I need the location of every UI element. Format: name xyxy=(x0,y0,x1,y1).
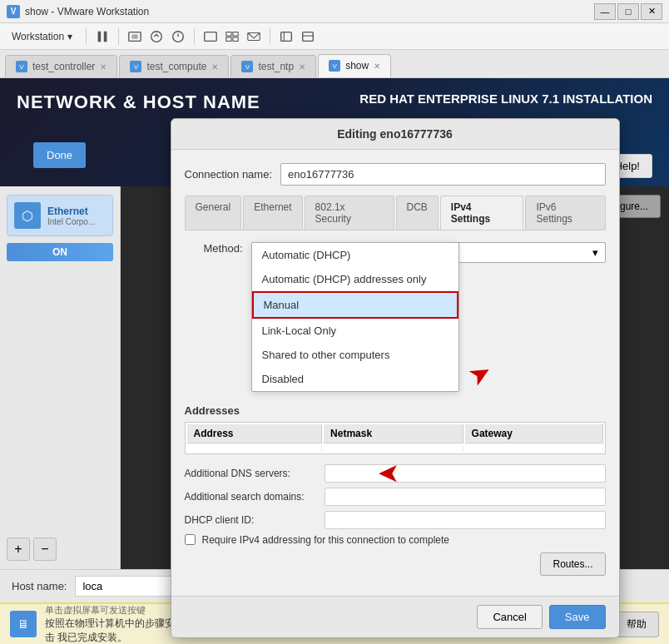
addresses-label: Addresses xyxy=(185,404,606,417)
tab-label-ntp: test_ntp xyxy=(258,61,294,72)
editing-dialog: Editing eno16777736 Connection name: Gen… xyxy=(171,118,620,638)
tab-dcb[interactable]: DCB xyxy=(396,196,439,230)
dns-input[interactable] xyxy=(325,464,606,483)
network-title: NETWORK & HOST NAME xyxy=(17,92,260,113)
require-ipv4-label: Require IPv4 addressing for this connect… xyxy=(202,534,450,546)
screen-icon1[interactable] xyxy=(201,27,220,46)
option-shared[interactable]: Shared to other computers xyxy=(252,343,458,367)
extra-icon2[interactable] xyxy=(299,27,317,46)
connection-name-label: Connection name: xyxy=(185,168,273,181)
done-button[interactable]: Done xyxy=(33,142,86,168)
tab-icon-ntp: V xyxy=(241,61,253,72)
menu-sep3 xyxy=(194,28,195,45)
method-dropdown-list: Automatic (DHCP) Automatic (DHCP) addres… xyxy=(251,242,459,392)
option-auto-dhcp-addr[interactable]: Automatic (DHCP) addresses only xyxy=(252,267,458,291)
option-manual[interactable]: Manual xyxy=(252,291,458,319)
tab-test-compute[interactable]: V test_compute ✕ xyxy=(119,55,229,77)
cancel-button[interactable]: Cancel xyxy=(477,605,542,629)
search-domains-input[interactable] xyxy=(325,488,606,506)
vmware-icon: V xyxy=(7,5,20,18)
addresses-table: Address Netmask Gateway xyxy=(185,422,606,454)
option-link-local[interactable]: Link-Local Only xyxy=(252,319,458,343)
send-icon[interactable] xyxy=(245,27,263,46)
tab-test-controller[interactable]: V test_controller ✕ xyxy=(5,55,117,77)
svg-rect-13 xyxy=(281,32,292,41)
rhel-top: NETWORK & HOST NAME RED HAT ENTERPRISE L… xyxy=(0,78,669,113)
svg-rect-1 xyxy=(104,31,107,42)
routes-button[interactable]: Routes... xyxy=(540,552,605,576)
tab-icon-controller: V xyxy=(16,61,27,72)
method-label: Method: xyxy=(185,242,243,255)
dhcp-client-input[interactable] xyxy=(325,511,606,529)
option-auto-dhcp[interactable]: Automatic (DHCP) xyxy=(252,243,458,267)
remove-connection-button[interactable]: − xyxy=(33,537,57,561)
dialog-overlay: Editing eno16777736 Connection name: Gen… xyxy=(121,186,669,569)
dns-label: Additional DNS servers: xyxy=(185,468,318,479)
svg-rect-0 xyxy=(98,31,102,42)
search-domains-row: Additional search domains: xyxy=(185,488,606,506)
svg-point-4 xyxy=(151,31,162,42)
dropdown-chevron: ▾ xyxy=(67,31,72,42)
tab-close-controller[interactable]: ✕ xyxy=(100,62,107,72)
tab-8021x[interactable]: 802.1x Security xyxy=(305,196,394,230)
tab-close-compute[interactable]: ✕ xyxy=(211,62,218,72)
add-connection-button[interactable]: + xyxy=(7,537,30,561)
method-dropdown-container: Automatic (DHCP) ▾ Automatic (DHCP) Auto… xyxy=(251,242,606,263)
ipv4-content: Method: Automatic (DHCP) ▾ Automatic (DH… xyxy=(185,242,606,582)
tab-ethernet[interactable]: Ethernet xyxy=(243,196,302,230)
hostname-label: Host name: xyxy=(12,580,67,592)
menu-sep4 xyxy=(270,28,270,45)
tab-close-show[interactable]: ✕ xyxy=(374,62,380,71)
dhcp-client-row: DHCP client ID: xyxy=(185,511,606,529)
ethernet-info: Ethernet Intel Corpo... xyxy=(47,206,106,226)
ethernet-item[interactable]: ⬡ Ethernet Intel Corpo... xyxy=(7,195,113,236)
workstation-menu[interactable]: Workstation ▾ xyxy=(5,27,79,46)
title-bar-text: show - VMware Workstation xyxy=(25,6,149,17)
tab-close-ntp[interactable]: ✕ xyxy=(299,62,305,72)
tab-icon-compute: V xyxy=(130,61,141,72)
save-button[interactable]: Save xyxy=(549,605,606,629)
col-address: Address xyxy=(187,424,323,443)
search-domains-label: Additional search domains: xyxy=(185,491,318,503)
sidebar-buttons: + − xyxy=(7,537,113,561)
menu-separator xyxy=(86,28,87,45)
on-toggle-button[interactable]: ON xyxy=(7,243,113,261)
tab-test-ntp[interactable]: V test_ntp ✕ xyxy=(230,55,316,77)
vm-icon2[interactable] xyxy=(147,27,166,46)
screen-icon2[interactable] xyxy=(223,27,241,46)
addr-row-empty xyxy=(187,445,603,452)
help-small-button[interactable]: 帮助 xyxy=(614,612,659,637)
method-row: Method: Automatic (DHCP) ▾ Automatic (DH… xyxy=(185,242,606,263)
connection-name-input[interactable] xyxy=(280,163,605,186)
maximize-button[interactable]: □ xyxy=(617,3,639,20)
routes-row: Routes... xyxy=(185,552,606,582)
tab-icon-show: V xyxy=(329,60,340,72)
title-bar-left: V show - VMware Workstation xyxy=(7,5,149,18)
dialog-footer: Cancel Save xyxy=(171,596,619,637)
svg-rect-10 xyxy=(226,37,231,41)
close-button[interactable]: ✕ xyxy=(641,3,662,20)
tab-general[interactable]: General xyxy=(185,196,242,230)
require-ipv4-checkbox[interactable] xyxy=(185,534,196,545)
extra-icon1[interactable] xyxy=(277,27,295,46)
dropdown-arrow: ▾ xyxy=(592,246,598,259)
vm-icon3[interactable] xyxy=(169,27,187,46)
tab-label-compute: test_compute xyxy=(146,61,206,72)
svg-rect-11 xyxy=(233,37,238,41)
require-ipv4-row: Require IPv4 addressing for this connect… xyxy=(185,534,606,546)
ethernet-icon: ⬡ xyxy=(14,202,41,229)
tab-bar: V test_controller ✕ V test_compute ✕ V t… xyxy=(0,50,669,78)
tab-ipv6[interactable]: IPv6 Settings xyxy=(525,196,605,230)
dialog-title: Editing eno16777736 xyxy=(171,119,619,150)
menu-bar: Workstation ▾ xyxy=(0,23,669,50)
vm-icon1[interactable] xyxy=(126,27,144,46)
tab-ipv4[interactable]: IPv4 Settings xyxy=(440,196,524,230)
dialog-tab-bar: General Ethernet 802.1x Security DCB IPv… xyxy=(185,196,606,230)
pause-icon[interactable] xyxy=(93,27,112,46)
minimize-button[interactable]: — xyxy=(594,3,616,20)
left-sidebar: ⬡ Ethernet Intel Corpo... ON + − xyxy=(0,186,121,569)
tab-label-show: show xyxy=(345,60,369,72)
dns-row: Additional DNS servers: xyxy=(185,464,606,483)
tab-show[interactable]: V show ✕ xyxy=(318,54,391,77)
option-disabled[interactable]: Disabled xyxy=(252,367,458,391)
